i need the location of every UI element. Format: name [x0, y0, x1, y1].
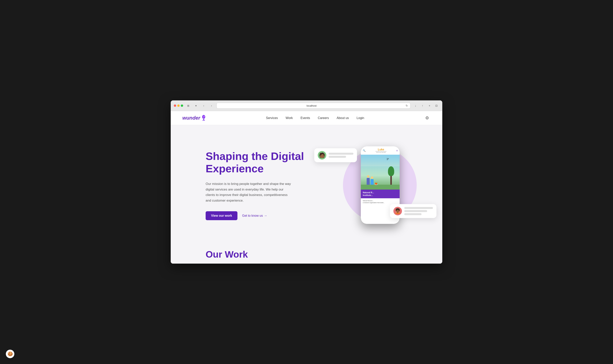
avatar-person-bottom-icon: 🧑🏾‍🦱 [395, 208, 401, 214]
nav-links: Services Work Events Careers About us Lo… [266, 116, 364, 120]
hero-title: Shaping the Digital Experience [206, 150, 306, 175]
tab-dropdown-icon[interactable]: ▾ [193, 103, 199, 108]
tab-grid-icon[interactable]: ⊞ [185, 103, 191, 108]
card-lines-top [329, 153, 354, 158]
our-work-section: Our Work [171, 241, 442, 264]
float-card-top: 🧑🏾 [314, 148, 357, 162]
phone-image-area: 🕊 [361, 155, 400, 190]
nav-login[interactable]: Login [356, 116, 364, 120]
url-text: localhost [219, 104, 404, 107]
browser-chrome: ⊞ ▾ ‹ › localhost ↻ ↓ ↑ + ⊡ [171, 100, 442, 111]
logo-icon [201, 115, 206, 121]
sky [361, 155, 400, 166]
card-lines-bottom [404, 207, 433, 215]
nav-work[interactable]: Work [286, 116, 293, 120]
card-line-1 [329, 153, 354, 155]
nav-events[interactable]: Events [300, 116, 310, 120]
add-tab-button[interactable]: + [427, 103, 432, 108]
share-icon[interactable]: ↑ [420, 103, 425, 108]
download-icon[interactable]: ↓ [413, 103, 418, 108]
phone-logo: Luke [376, 148, 386, 151]
view-work-button[interactable]: View our work [206, 211, 237, 220]
phone-menu-icon: ≡ [396, 149, 398, 152]
hero-content: Shaping the Digital Experience Our missi… [206, 150, 306, 220]
hero-section: Shaping the Digital Experience Our missi… [171, 125, 442, 241]
hero-description: Our mission is to bring people together … [206, 181, 291, 204]
traffic-lights [174, 104, 183, 107]
phone-search-icon: 🔍 [363, 149, 366, 152]
our-work-title: Our Work [206, 249, 407, 260]
url-bar[interactable]: localhost ↻ [217, 103, 410, 109]
avatar-bottom: 🧑🏾‍🦱 [394, 207, 402, 215]
phone-logo-area: Luke NATURAL RESOURCESINSTITUTE FINLAND [376, 148, 386, 153]
nav-services[interactable]: Services [266, 116, 278, 120]
settings-gear-icon: ⚙ [425, 116, 429, 121]
hero-visual: 🧑🏾 🔍 Luke NA [314, 141, 431, 230]
tree-top [388, 166, 394, 176]
phone-content-area: Natural R...Institute... [361, 190, 400, 198]
ground [361, 185, 400, 190]
close-button[interactable] [174, 104, 176, 107]
bird-icon: 🕊 [387, 157, 389, 160]
cookie-banner[interactable]: 🍪 [6, 350, 14, 358]
refresh-icon[interactable]: ↻ [406, 104, 408, 107]
phone-logo-sub: NATURAL RESOURCESINSTITUTE FINLAND [376, 151, 386, 153]
nav-careers[interactable]: Careers [318, 116, 329, 120]
settings-button[interactable]: ⚙ [424, 115, 431, 121]
tabs-icon[interactable]: ⊡ [434, 103, 439, 108]
card-line-2 [329, 156, 346, 158]
person-figure-1 [367, 178, 370, 186]
phone-screen-header: 🔍 Luke NATURAL RESOURCESINSTITUTE FINLAN… [361, 146, 400, 155]
people-figures [367, 178, 374, 186]
avatar-top: 🧑🏾 [318, 151, 326, 159]
navbar: wunder Services Work Events Careers Abou… [171, 111, 442, 125]
logo-link[interactable]: wunder [182, 115, 206, 121]
nature-scene: 🕊 [361, 155, 400, 190]
back-button[interactable]: ‹ [201, 103, 206, 108]
phone-content-title: Natural R...Institute... [363, 191, 398, 197]
browser-window: ⊞ ▾ ‹ › localhost ↻ ↓ ↑ + ⊡ wunder [171, 100, 442, 264]
browser-actions: ↓ ↑ + ⊡ [413, 103, 439, 108]
card-line-4 [404, 210, 427, 212]
maximize-button[interactable] [181, 104, 183, 107]
svg-point-1 [203, 116, 205, 118]
minimize-button[interactable] [177, 104, 180, 107]
nav-about[interactable]: About us [337, 116, 349, 120]
arrow-icon: → [264, 214, 267, 218]
logo-text: wunder [182, 115, 200, 121]
cookie-icon[interactable]: 🍪 [6, 350, 14, 358]
hero-actions: View our work Get to know us → [206, 211, 306, 220]
animal-icon: 🦊 [374, 182, 378, 185]
card-line-5 [404, 213, 422, 215]
avatar-person-icon: 🧑🏾 [319, 152, 325, 158]
svg-point-2 [204, 116, 205, 117]
card-line-3 [404, 207, 433, 209]
website-content: wunder Services Work Events Careers Abou… [171, 111, 442, 264]
forward-button[interactable]: › [209, 103, 214, 108]
float-card-bottom: 🧑🏾‍🦱 [390, 204, 436, 218]
get-to-know-link[interactable]: Get to know us → [242, 214, 267, 218]
get-to-know-text: Get to know us [242, 214, 263, 218]
